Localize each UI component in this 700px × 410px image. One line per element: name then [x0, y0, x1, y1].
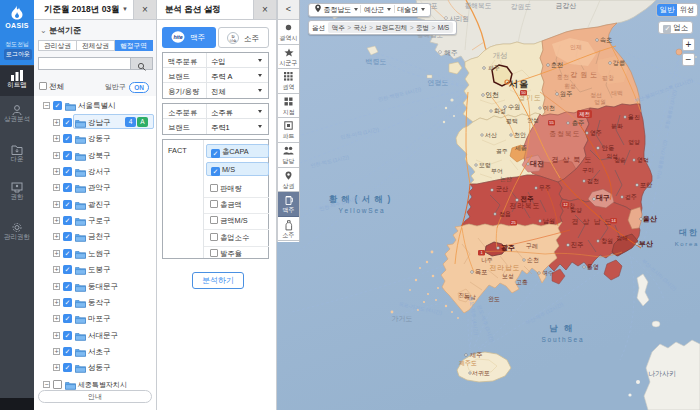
- svg-text:K o r e a: K o r e a: [675, 241, 698, 247]
- svg-text:구례: 구례: [526, 243, 538, 249]
- svg-text:정읍: 정읍: [499, 211, 511, 218]
- svg-text:태백: 태백: [611, 90, 623, 96]
- svg-text:대 한: 대 한: [679, 228, 697, 237]
- svg-text:통영: 통영: [587, 264, 599, 271]
- svg-text:여수: 여수: [542, 270, 554, 276]
- svg-text:보성: 보성: [502, 273, 514, 279]
- svg-text:봉화: 봉화: [611, 123, 623, 129]
- svg-text:서울: 서울: [508, 79, 529, 89]
- svg-text:속초: 속초: [600, 36, 613, 43]
- svg-text:이슬: 이슬: [229, 38, 237, 43]
- svg-text:원주: 원주: [560, 90, 573, 97]
- svg-text:서귀포: 서귀포: [472, 370, 490, 376]
- svg-text:남원: 남원: [543, 218, 555, 224]
- svg-text:세종: 세종: [515, 145, 527, 151]
- svg-text:남 해: 남 해: [549, 323, 574, 333]
- svg-text:천안: 천안: [514, 132, 526, 138]
- svg-text:강릉: 강릉: [613, 59, 626, 67]
- svg-text:대전: 대전: [530, 160, 544, 168]
- svg-text:수원: 수원: [508, 103, 521, 110]
- svg-text:백령도: 백령도: [366, 58, 387, 66]
- svg-text:완도: 완도: [488, 296, 500, 302]
- svg-text:고흥: 고흥: [516, 279, 528, 285]
- svg-text:보령: 보령: [479, 162, 491, 169]
- svg-text:공주: 공주: [496, 148, 508, 155]
- svg-text:포항: 포항: [640, 181, 653, 189]
- svg-text:논산: 논산: [500, 176, 512, 182]
- svg-text:김천: 김천: [587, 178, 599, 184]
- svg-text:14: 14: [611, 218, 616, 223]
- svg-text:황해북도: 황해북도: [464, 2, 491, 9]
- svg-text:Y e l l o w S e a: Y e l l o w S e a: [338, 207, 383, 214]
- svg-text:hite: hite: [173, 34, 182, 40]
- svg-text:울진: 울진: [628, 114, 640, 120]
- svg-text:50: 50: [521, 90, 526, 95]
- svg-text:12: 12: [563, 202, 568, 207]
- svg-text:연평도: 연평도: [428, 79, 449, 87]
- svg-text:김해: 김해: [616, 235, 628, 241]
- svg-text:대구: 대구: [596, 194, 610, 202]
- svg-text:안동: 안동: [602, 144, 615, 151]
- svg-text:전라북도: 전라북도: [509, 202, 540, 209]
- svg-text:제천: 제천: [579, 111, 590, 117]
- svg-text:의성: 의성: [606, 153, 618, 159]
- svg-text:개성: 개성: [493, 51, 508, 60]
- svg-text:전라남도: 전라남도: [489, 264, 520, 271]
- svg-text:횡성: 횡성: [564, 83, 576, 89]
- svg-text:안성: 안성: [527, 117, 539, 123]
- svg-text:울산: 울산: [643, 215, 657, 223]
- svg-text:강원도: 강원도: [511, 3, 532, 10]
- svg-text:정선: 정선: [590, 92, 602, 99]
- svg-text:이천: 이천: [543, 105, 555, 111]
- svg-text:화성: 화성: [494, 108, 506, 115]
- svg-text:파주: 파주: [488, 65, 500, 71]
- svg-text:인천: 인천: [485, 91, 499, 98]
- svg-text:가거도: 가거도: [392, 315, 413, 322]
- svg-text:인제: 인제: [570, 44, 582, 50]
- svg-text:55: 55: [549, 120, 554, 125]
- svg-text:평창: 평창: [602, 75, 614, 81]
- svg-text:S o u t h S e a: S o u t h S e a: [541, 336, 583, 343]
- svg-text:순천: 순천: [527, 257, 539, 263]
- svg-text:경주: 경주: [625, 194, 637, 201]
- svg-text:영덕: 영덕: [637, 157, 649, 164]
- svg-text:무주: 무주: [539, 185, 551, 191]
- svg-text:부여: 부여: [491, 168, 503, 174]
- svg-text:나주: 나주: [481, 257, 493, 263]
- svg-text:25: 25: [511, 220, 516, 225]
- svg-text:홍천: 홍천: [557, 74, 569, 80]
- svg-text:나가사키: 나가사키: [648, 370, 676, 377]
- svg-text:제주: 제주: [470, 351, 483, 358]
- svg-text:충주: 충주: [572, 119, 585, 126]
- svg-text:영주: 영주: [590, 130, 602, 137]
- svg-text:충청북도: 충청북도: [549, 130, 580, 137]
- svg-text:진주: 진주: [571, 241, 584, 248]
- svg-text:부산: 부산: [639, 240, 653, 248]
- svg-text:광주: 광주: [501, 244, 515, 252]
- svg-text:평택: 평택: [506, 118, 518, 124]
- svg-text:강 원 도: 강 원 도: [570, 71, 597, 78]
- svg-text:해주: 해주: [444, 49, 458, 56]
- svg-text:군산: 군산: [496, 185, 509, 192]
- svg-text:경 상 남 도: 경 상 남 도: [572, 218, 613, 226]
- svg-text:구미: 구미: [582, 167, 594, 173]
- svg-text:춘천: 춘천: [551, 61, 564, 68]
- svg-text:영양: 영양: [628, 139, 640, 145]
- svg-text:영월: 영월: [594, 99, 606, 105]
- svg-text:창원: 창원: [601, 238, 613, 244]
- svg-text:서산: 서산: [485, 132, 497, 138]
- svg-text:경 상 북 도: 경 상 북 도: [552, 156, 593, 164]
- svg-text:제주도: 제주도: [459, 360, 477, 366]
- svg-text:금강산: 금강산: [556, 2, 577, 9]
- svg-text:목포: 목포: [475, 268, 488, 275]
